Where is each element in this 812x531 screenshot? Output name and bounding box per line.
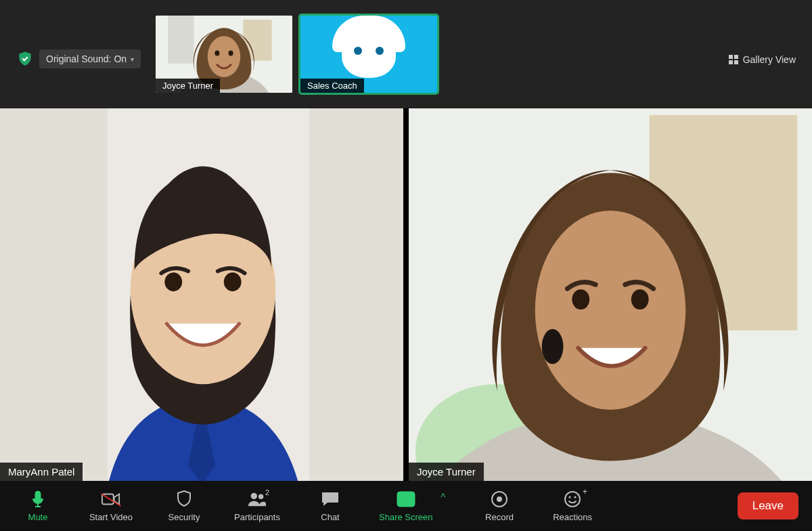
svg-rect-8 [734, 55, 738, 59]
share-label: Share Screen [379, 512, 433, 522]
svg-rect-9 [729, 60, 733, 64]
participants-label: Participants [234, 512, 280, 522]
thumbnail-name-tag: Joyce Turner [156, 79, 220, 93]
svg-rect-2 [168, 16, 194, 64]
chat-label: Chat [321, 512, 339, 522]
video-feed [0, 108, 403, 481]
reactions-icon [563, 490, 582, 509]
thumbnail-strip: Joyce Turner Sales Coach [156, 16, 437, 93]
share-screen-icon [397, 490, 415, 509]
record-label: Record [485, 512, 514, 522]
svg-point-16 [224, 272, 242, 291]
svg-point-15 [164, 272, 182, 291]
original-sound-label: Original Sound: On [46, 54, 127, 64]
svg-point-21 [535, 211, 686, 410]
svg-point-22 [572, 289, 589, 310]
security-button[interactable]: Security [160, 490, 208, 522]
thumbnail-name-tag: Sales Coach [300, 79, 364, 93]
thumbnail-active-speaker[interactable]: Sales Coach [300, 16, 437, 93]
gallery-view-label: Gallery View [743, 54, 796, 65]
share-options-caret[interactable]: ^ [441, 492, 446, 503]
video-label: Start Video [89, 512, 133, 522]
bottom-toolbar: Mute Start Video Security [0, 481, 812, 531]
svg-point-4 [208, 36, 240, 77]
leave-label: Leave [752, 499, 784, 512]
plus-badge-icon: + [583, 487, 587, 496]
grid-icon [728, 54, 739, 65]
encryption-shield-icon[interactable] [15, 49, 35, 69]
svg-point-33 [497, 496, 502, 502]
svg-point-23 [631, 289, 649, 310]
record-icon [490, 490, 509, 509]
svg-rect-12 [0, 108, 108, 481]
microphone-icon [28, 490, 47, 509]
svg-point-29 [251, 493, 257, 499]
chat-icon [321, 490, 340, 509]
svg-rect-13 [309, 108, 403, 481]
svg-point-5 [215, 51, 219, 56]
svg-point-24 [542, 329, 564, 364]
original-sound-toggle[interactable]: Original Sound: On ▾ [39, 49, 141, 68]
gallery-view-toggle[interactable]: Gallery View [728, 54, 796, 65]
chat-button[interactable]: Chat [306, 490, 355, 522]
svg-point-35 [568, 496, 570, 498]
video-feed [409, 108, 812, 481]
start-video-button[interactable]: Start Video [87, 490, 135, 522]
thumbnail-participant[interactable]: Joyce Turner [156, 16, 292, 93]
reactions-button[interactable]: + Reactions [548, 490, 597, 522]
video-grid: MaryAnn Patel Joyce Turner [0, 108, 812, 481]
svg-point-34 [565, 492, 580, 507]
camera-off-icon [102, 490, 120, 509]
svg-point-6 [229, 51, 233, 56]
svg-rect-7 [729, 55, 733, 59]
reactions-label: Reactions [553, 512, 592, 522]
speaker-tile[interactable]: Joyce Turner [409, 108, 812, 481]
security-label: Security [168, 512, 200, 522]
leave-button[interactable]: Leave [738, 492, 798, 519]
top-bar: Original Sound: On ▾ [0, 0, 812, 108]
mute-button[interactable]: Mute [14, 490, 62, 522]
sound-toggle-group: Original Sound: On ▾ [15, 49, 141, 69]
chevron-down-icon: ▾ [131, 56, 134, 63]
speaker-tile[interactable]: MaryAnn Patel [0, 108, 403, 481]
speaker-name-tag: MaryAnn Patel [0, 463, 83, 481]
participants-button[interactable]: 2 Participants [233, 490, 281, 522]
participants-count: 2 [265, 488, 269, 496]
svg-point-30 [258, 494, 263, 499]
speaker-name-tag: Joyce Turner [409, 463, 484, 481]
svg-rect-10 [734, 60, 738, 64]
record-button[interactable]: Record [475, 490, 524, 522]
share-screen-button[interactable]: Share Screen [379, 490, 433, 522]
shield-icon [175, 490, 194, 509]
participants-icon [248, 490, 267, 509]
mute-label: Mute [28, 512, 48, 522]
svg-point-36 [574, 496, 576, 498]
